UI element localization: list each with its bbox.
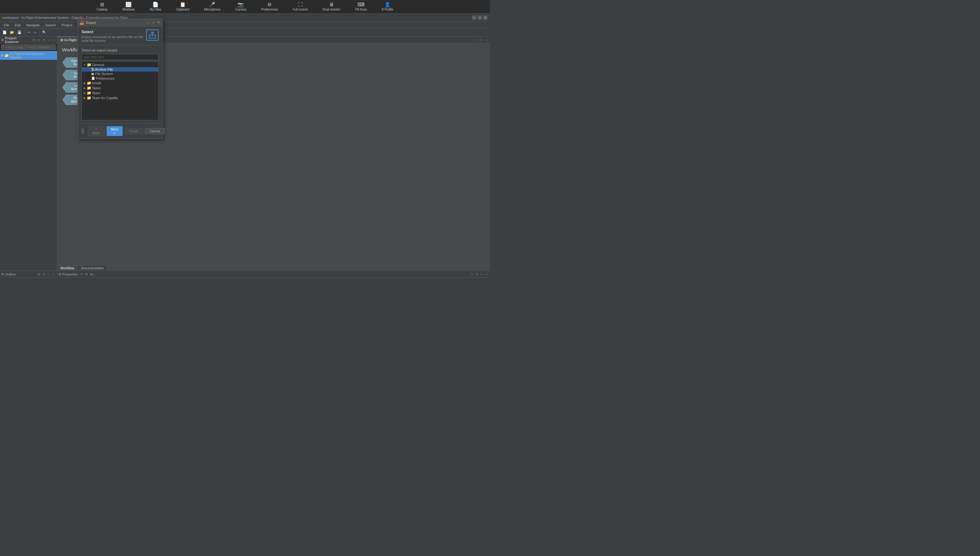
finish-button[interactable]: Finish	[124, 128, 143, 134]
tree-node-team-capella[interactable]: ▶ 📁 Team for Capella	[82, 95, 158, 100]
tree-node-filesystem[interactable]: 🖿 File System	[82, 71, 158, 76]
dialog-body: Select an export wizard: ▼ 📁 General 🗜 A…	[78, 45, 162, 123]
dialog-export-icon	[146, 29, 159, 40]
tree-label-team-capella: Team for Capella	[92, 96, 118, 100]
tree-arrow-install: ▶	[83, 81, 86, 85]
tree-folder-icon-general: 📁	[87, 63, 91, 67]
tree-arrow-tasks: ▶	[83, 86, 86, 90]
dialog-close-btn[interactable]: ✕	[156, 21, 160, 25]
dialog-title-icon: 📤	[80, 21, 84, 25]
tree-label-preferences: Preferences	[96, 76, 114, 80]
tree-node-general[interactable]: ▼ 📁 General	[82, 62, 158, 67]
tree-arrow-team: ▶	[83, 91, 86, 95]
tree-label-tasks: Tasks	[92, 86, 101, 90]
dialog-title-label: Export	[86, 21, 96, 24]
dialog-header-text: Select Export resources to an archive fi…	[81, 29, 144, 42]
next-button[interactable]: Next >	[106, 126, 123, 136]
tree-node-team[interactable]: ▶ 📁 Team	[82, 91, 158, 95]
back-button[interactable]: < Back	[88, 126, 105, 136]
tree-label-team: Team	[92, 91, 100, 95]
tree-folder-icon-install: 📁	[87, 81, 91, 85]
dialog-footer: ? < Back Next > Finish Cancel	[78, 123, 162, 139]
tree-label-install: Install	[92, 81, 101, 85]
cancel-button[interactable]: Cancel	[145, 128, 165, 134]
help-button[interactable]: ?	[81, 128, 84, 134]
tree-pref-icon: 📋	[91, 76, 95, 80]
tree-folder-icon-team-capella: 📁	[87, 96, 91, 100]
export-tree: ▼ 📁 General 🗜 Archive File 🖿 File Syste	[81, 61, 159, 120]
dialog-body-label: Select an export wizard:	[81, 48, 159, 52]
dialog-restore-btn[interactable]: □	[151, 21, 155, 25]
tree-node-archive[interactable]: 🗜 Archive File	[82, 67, 158, 71]
tree-label-archive: Archive File	[95, 68, 113, 71]
tree-node-install[interactable]: ▶ 📁 Install	[82, 81, 158, 86]
dialog-filter-input[interactable]	[81, 54, 159, 60]
tree-label-general: General	[92, 63, 104, 66]
tree-folder-icon-tasks: 📁	[87, 86, 91, 90]
dialog-titlebar: 📤 Export ─ □ ✕	[78, 19, 162, 26]
dialog-header: Select Export resources to an archive fi…	[78, 26, 162, 45]
tree-folder-icon-team: 📁	[87, 91, 91, 95]
tree-label-filesystem: File System	[95, 72, 113, 76]
tree-arrow-team-capella: ▶	[83, 96, 86, 100]
dialog-overlay: 📤 Export ─ □ ✕ Select Export resources t…	[0, 0, 490, 278]
dialog-titlebar-controls: ─ □ ✕	[146, 21, 160, 25]
dialog-header-title: Select	[81, 29, 144, 34]
tree-node-preferences[interactable]: 📋 Preferences	[82, 76, 158, 81]
dialog-header-subtitle: Export resources to an archive file on t…	[81, 35, 144, 42]
tree-node-tasks[interactable]: ▶ 📁 Tasks	[82, 86, 158, 91]
export-dialog: 📤 Export ─ □ ✕ Select Export resources t…	[77, 19, 163, 139]
tree-fs-icon: 🖿	[91, 72, 95, 76]
tree-arrow-general: ▼	[83, 63, 86, 66]
dialog-minimize-btn[interactable]: ─	[146, 21, 150, 25]
tree-zip-icon: 🗜	[91, 68, 95, 71]
